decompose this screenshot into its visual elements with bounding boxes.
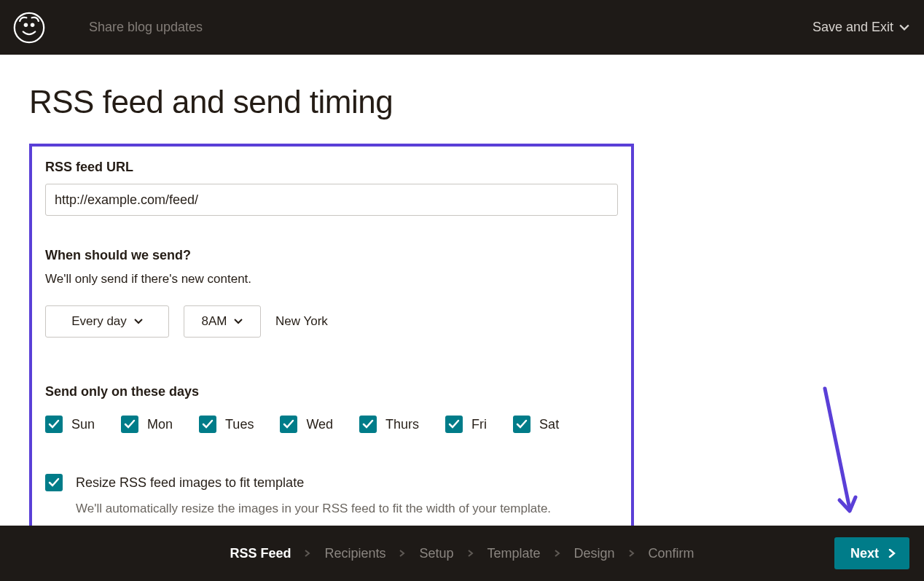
- when-send-label: When should we send?: [45, 248, 618, 263]
- chevron-right-icon: [467, 550, 474, 557]
- step-recipients[interactable]: Recipients: [324, 546, 385, 561]
- svg-point-1: [24, 23, 28, 27]
- frequency-time-row: Every day 8AM New York: [45, 305, 618, 338]
- day-label: Sat: [539, 417, 559, 432]
- rss-url-label: RSS feed URL: [45, 160, 618, 175]
- day-label: Wed: [306, 417, 333, 432]
- day-checkbox-tues[interactable]: [199, 416, 216, 433]
- resize-description: We'll automatically resize the images in…: [76, 502, 618, 516]
- day-item-thurs: Thurs: [359, 416, 419, 433]
- step-design[interactable]: Design: [574, 546, 615, 561]
- day-item-tues: Tues: [199, 416, 254, 433]
- day-checkbox-sat[interactable]: [513, 416, 530, 433]
- day-label: Thurs: [385, 417, 419, 432]
- footer-bar: RSS Feed Recipients Setup Template Desig…: [0, 526, 924, 581]
- day-label: Tues: [225, 417, 254, 432]
- chevron-down-icon: [234, 317, 243, 326]
- rss-url-section: RSS feed URL: [45, 160, 618, 216]
- step-confirm[interactable]: Confirm: [649, 546, 694, 561]
- svg-point-0: [15, 12, 44, 42]
- chevron-right-icon: [554, 550, 561, 557]
- main-content: RSS feed and send timing RSS feed URL Wh…: [0, 55, 924, 531]
- chevron-down-icon: [899, 23, 909, 33]
- time-value: 8AM: [202, 314, 227, 329]
- day-item-fri: Fri: [445, 416, 487, 433]
- wizard-steps: RSS Feed Recipients Setup Template Desig…: [230, 546, 694, 561]
- day-checkbox-sun[interactable]: [45, 416, 63, 433]
- when-send-section: When should we send? We'll only send if …: [45, 248, 618, 338]
- resize-row: Resize RSS feed images to fit template: [45, 474, 618, 491]
- day-item-wed: Wed: [280, 416, 333, 433]
- resize-checkbox[interactable]: [45, 474, 63, 491]
- next-label: Next: [850, 546, 879, 561]
- chevron-right-icon: [399, 550, 406, 557]
- step-setup[interactable]: Setup: [419, 546, 453, 561]
- day-item-sat: Sat: [513, 416, 559, 433]
- save-and-exit-button[interactable]: Save and Exit: [813, 20, 909, 35]
- days-label: Send only on these days: [45, 384, 618, 399]
- day-checkbox-fri[interactable]: [445, 416, 463, 433]
- time-select[interactable]: 8AM: [184, 305, 261, 338]
- step-template[interactable]: Template: [488, 546, 541, 561]
- when-send-helper: We'll only send if there's new content.: [45, 272, 618, 286]
- day-checkbox-wed[interactable]: [280, 416, 297, 433]
- day-label: Fri: [471, 417, 487, 432]
- page-title: RSS feed and send timing: [29, 84, 895, 120]
- day-item-sun: Sun: [45, 416, 95, 433]
- chevron-right-icon: [888, 549, 896, 558]
- mailchimp-logo-icon[interactable]: [13, 12, 45, 44]
- chevron-right-icon: [304, 550, 311, 557]
- top-bar: Share blog updates Save and Exit: [0, 0, 924, 55]
- day-label: Mon: [147, 417, 173, 432]
- campaign-name[interactable]: Share blog updates: [89, 20, 203, 35]
- chevron-right-icon: [628, 550, 635, 557]
- timezone-label: New York: [275, 314, 328, 329]
- chevron-down-icon: [134, 317, 143, 326]
- step-rss-feed[interactable]: RSS Feed: [230, 546, 291, 561]
- days-section: Send only on these days Sun Mon Tues Wed: [45, 384, 618, 433]
- form-highlight-box: RSS feed URL When should we send? We'll …: [29, 144, 634, 531]
- next-button[interactable]: Next: [834, 537, 909, 569]
- day-label: Sun: [71, 417, 95, 432]
- save-exit-label: Save and Exit: [813, 20, 893, 35]
- day-item-mon: Mon: [121, 416, 173, 433]
- day-checkbox-mon[interactable]: [121, 416, 138, 433]
- frequency-value: Every day: [71, 314, 127, 329]
- frequency-select[interactable]: Every day: [45, 305, 169, 338]
- svg-point-2: [31, 23, 35, 27]
- days-row: Sun Mon Tues Wed Thurs: [45, 416, 618, 433]
- rss-url-input[interactable]: [45, 184, 618, 216]
- topbar-left: Share blog updates: [13, 12, 203, 44]
- resize-label: Resize RSS feed images to fit template: [76, 475, 304, 491]
- day-checkbox-thurs[interactable]: [359, 416, 377, 433]
